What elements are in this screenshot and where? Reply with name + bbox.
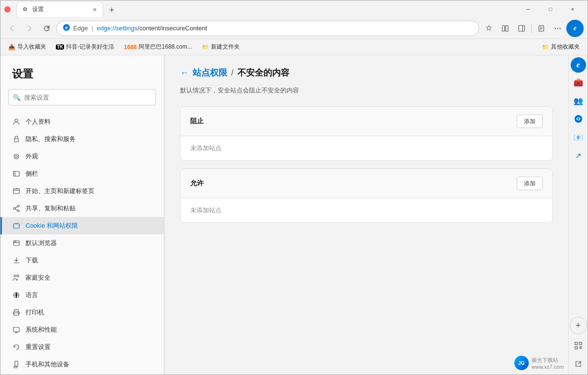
more-button[interactable] (550, 21, 565, 36)
svg-rect-3 (506, 26, 508, 31)
search-input[interactable] (8, 89, 156, 105)
breadcrumb: ← 站点权限 / 不安全的内容 (180, 67, 553, 78)
collections-button[interactable] (534, 21, 549, 36)
sidebar-item-language[interactable]: 语言 (0, 286, 164, 304)
edge-copilot-button[interactable]: e (566, 20, 584, 37)
svg-point-23 (13, 207, 15, 209)
toolbox-sidebar-button[interactable]: 🧰 (570, 74, 587, 91)
arrow-sidebar-button[interactable]: ↗ (570, 147, 587, 164)
sidebar-item-cookies[interactable]: Cookie 和网站权限 (0, 217, 164, 234)
bookmark-import[interactable]: 📥 导入收藏夹 (4, 41, 50, 53)
cookie-icon (12, 221, 21, 230)
svg-point-22 (17, 205, 19, 207)
tab-icon: ⚙ (22, 6, 28, 13)
sidebar-label-phone: 手机和其他设备 (26, 360, 69, 369)
svg-point-33 (14, 241, 15, 242)
sidebar-item-family[interactable]: 家庭安全 (0, 269, 164, 286)
bookmark-tiktok[interactable]: TK 抖音-记录美好生活 (52, 41, 118, 53)
outlook-sidebar-button[interactable]: 📧 (570, 129, 587, 146)
bookmark-alibaba[interactable]: 1688 阿里巴巴1688.com... (120, 41, 196, 53)
svg-rect-42 (13, 327, 19, 332)
svg-rect-17 (13, 171, 19, 176)
address-bar[interactable]: e Edge | edge://settings/content/insecur… (56, 21, 479, 36)
main-area: 设置 🔍 个人资料 隐私、搜索和服务 (0, 55, 588, 375)
sidebar-external-button[interactable] (570, 355, 587, 373)
block-add-button[interactable]: 添加 (517, 115, 543, 128)
active-tab[interactable]: ⚙ 设置 × (16, 1, 103, 17)
sidebar-item-print[interactable]: 打印机 (0, 304, 164, 321)
watermark: JG 极光下载站 www.xz7.com (514, 356, 564, 370)
copilot-sidebar-button[interactable] (570, 110, 587, 128)
sidebar-label-privacy: 隐私、搜索和服务 (26, 135, 76, 143)
sidebar-item-newtab[interactable]: 开始、主页和新建标签页 (0, 182, 164, 200)
svg-point-36 (14, 275, 16, 277)
sidebar-scan-button[interactable] (570, 337, 587, 354)
svg-rect-47 (14, 366, 17, 368)
sidebar-item-profile[interactable]: 个人资料 (0, 113, 164, 130)
browser-icon (12, 239, 21, 247)
sidebar-item-privacy[interactable]: 隐私、搜索和服务 (0, 130, 164, 148)
bookmarks-right: 📁 其他收藏夹 (538, 41, 584, 53)
sidebar-item-reset[interactable]: 重置设置 (0, 338, 164, 356)
breadcrumb-parent[interactable]: 站点权限 (193, 67, 227, 78)
forward-button[interactable] (22, 21, 37, 36)
sidebar-item-share[interactable]: 共享、复制和粘贴 (0, 200, 164, 217)
sidebar-label-share: 共享、复制和粘贴 (26, 204, 76, 213)
sidebar-label-reset: 重置设置 (26, 343, 51, 351)
split-screen-button[interactable] (497, 21, 513, 36)
edge-logo-sidebar-button[interactable]: e (571, 57, 586, 73)
folder-icon: 📁 (202, 44, 209, 51)
back-arrow-button[interactable]: ← (180, 68, 189, 78)
svg-rect-55 (575, 347, 577, 349)
sidebar-item-browser[interactable]: 默认浏览器 (0, 234, 164, 252)
download-icon (12, 256, 21, 265)
watermark-site: 极光下载站 (532, 357, 564, 364)
sidebar-label-cookies: Cookie 和网站权限 (26, 221, 78, 230)
allow-section-body: 未添加站点 (181, 198, 552, 222)
nav-divider (531, 24, 532, 33)
close-traffic-light[interactable] (4, 6, 11, 13)
sidebar-item-phone[interactable]: 手机和其他设备 (0, 356, 164, 373)
allow-add-button[interactable]: 添加 (517, 177, 543, 190)
refresh-button[interactable] (39, 21, 54, 36)
tiktok-icon: TK (56, 44, 64, 50)
svg-point-11 (557, 27, 559, 29)
bookmark-folder[interactable]: 📁 新建文件夹 (198, 41, 244, 53)
restore-button[interactable]: □ (539, 1, 562, 17)
new-tab-button[interactable]: + (105, 3, 118, 17)
lock-icon (12, 135, 21, 143)
sidebar-item-accessibility[interactable]: 辅助功能 (0, 373, 164, 375)
favorite-button[interactable] (481, 21, 497, 36)
sidebar-item-system[interactable]: 系统和性能 (0, 321, 164, 338)
svg-rect-40 (14, 313, 19, 315)
sidebar-toggle-button[interactable] (514, 21, 529, 36)
persons-sidebar-button[interactable]: 👥 (570, 92, 587, 109)
watermark-icon: JG (514, 356, 529, 370)
minimize-button[interactable]: ─ (517, 1, 539, 17)
allow-section: 允许 添加 未添加站点 (180, 168, 553, 223)
bookmark-other[interactable]: 📁 其他收藏夹 (538, 41, 584, 53)
sidebar-item-downloads[interactable]: 下载 (0, 252, 164, 269)
svg-point-10 (555, 27, 556, 29)
sidebar-item-appearance[interactable]: 外观 (0, 148, 164, 165)
sidebar-label-print: 打印机 (26, 308, 44, 317)
other-folder-icon: 📁 (542, 44, 549, 51)
sidebar-add-button[interactable]: + (570, 317, 587, 334)
svg-point-41 (17, 312, 18, 313)
svg-point-16 (15, 155, 17, 157)
address-text: Edge | edge://settings/content/insecureC… (73, 25, 473, 32)
svg-point-12 (560, 27, 561, 29)
alibaba-icon: 1688 (124, 44, 137, 51)
svg-rect-2 (502, 26, 505, 31)
sidebar-item-sidebar[interactable]: 侧栏 (0, 165, 164, 182)
navigation-bar: e Edge | edge://settings/content/insecur… (0, 18, 588, 39)
svg-rect-27 (13, 224, 19, 228)
language-icon (12, 291, 21, 299)
back-button[interactable] (4, 21, 20, 36)
svg-point-24 (17, 210, 19, 212)
svg-rect-53 (575, 342, 577, 345)
browser-name: Edge (73, 25, 88, 32)
tab-close-button[interactable]: × (92, 5, 98, 14)
close-button[interactable]: × (562, 1, 584, 17)
svg-line-26 (15, 209, 17, 210)
